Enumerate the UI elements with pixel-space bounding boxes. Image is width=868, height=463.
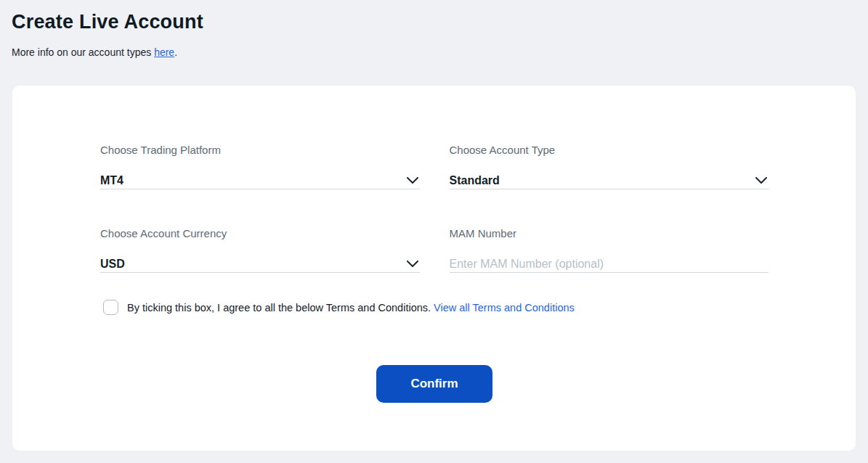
page-header: Create Live Account More info on our acc… <box>0 0 868 59</box>
account-type-value: Standard <box>450 173 500 188</box>
mam-number-label: MAM Number <box>450 227 769 240</box>
page-subtitle: More info on our account types here. <box>12 46 868 59</box>
terms-checkbox[interactable] <box>103 300 118 315</box>
page-title: Create Live Account <box>12 10 868 33</box>
field-account-type: Choose Account Type Standard <box>450 144 769 189</box>
trading-platform-select[interactable]: MT4 <box>100 172 420 189</box>
subtitle-text: More info on our account types <box>12 46 151 58</box>
chevron-down-icon <box>755 177 767 184</box>
account-currency-select[interactable]: USD <box>100 255 420 273</box>
mam-number-control <box>450 255 769 273</box>
field-account-currency: Choose Account Currency USD <box>100 227 420 273</box>
agreement-statement: By ticking this box, I agree to all the … <box>127 302 431 314</box>
account-currency-value: USD <box>100 257 125 271</box>
trading-platform-value: MT4 <box>100 173 123 188</box>
trading-platform-label: Choose Trading Platform <box>100 144 420 157</box>
account-types-here-link[interactable]: here <box>154 46 174 58</box>
account-type-select[interactable]: Standard <box>450 172 769 189</box>
mam-number-input[interactable] <box>450 258 769 271</box>
terms-agreement-text: By ticking this box, I agree to all the … <box>127 302 575 314</box>
account-form: Choose Trading Platform MT4 Choose Accou… <box>100 144 768 273</box>
view-terms-link[interactable]: View all Terms and Conditions <box>434 302 575 314</box>
terms-agreement-row: By ticking this box, I agree to all the … <box>103 300 768 315</box>
confirm-button[interactable]: Confirm <box>376 365 492 403</box>
button-row: Confirm <box>100 365 768 403</box>
subtitle-suffix: . <box>174 46 177 58</box>
account-type-label: Choose Account Type <box>450 144 769 157</box>
chevron-down-icon <box>407 177 418 184</box>
field-trading-platform: Choose Trading Platform MT4 <box>100 144 420 189</box>
create-account-card: Choose Trading Platform MT4 Choose Accou… <box>12 86 856 451</box>
chevron-down-icon <box>407 261 418 268</box>
field-mam-number: MAM Number <box>450 227 769 273</box>
account-currency-label: Choose Account Currency <box>100 227 420 240</box>
